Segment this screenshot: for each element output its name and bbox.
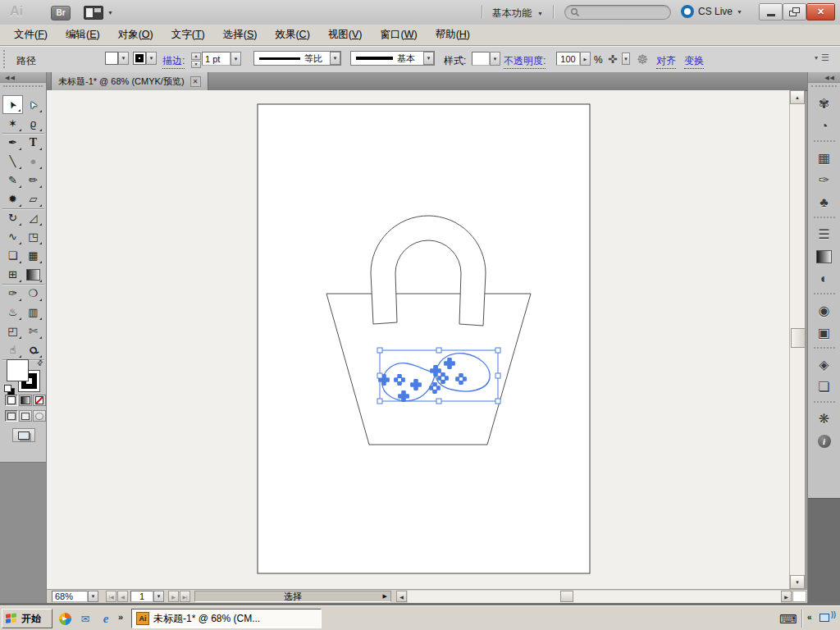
selected-anchor-point[interactable]: [441, 377, 445, 380]
tray-collapse-icon[interactable]: «: [807, 613, 812, 622]
direct-selection-tool[interactable]: ➤: [23, 95, 43, 114]
stroke-panel-link[interactable]: 描边:: [162, 54, 185, 69]
eraser-tool[interactable]: ▱: [23, 189, 43, 208]
style-field[interactable]: [472, 52, 490, 66]
arrange-documents-button[interactable]: ▼: [84, 6, 113, 20]
width-profile-dropdown[interactable]: 等比 ▼: [253, 51, 341, 66]
selected-anchor-point[interactable]: [433, 386, 436, 390]
fill-color-dropdown[interactable]: ▼: [105, 52, 129, 65]
blend-tool[interactable]: ❍: [23, 284, 43, 303]
column-graph-tool[interactable]: ▥: [23, 303, 43, 322]
stroke-color-dropdown[interactable]: ▼: [133, 52, 157, 65]
dock-collapse-button[interactable]: ◀◀: [808, 72, 840, 83]
menu-window[interactable]: 窗口(W): [371, 25, 426, 45]
artboard-dropdown[interactable]: ▼: [153, 591, 164, 602]
width-tool[interactable]: ∿: [2, 227, 23, 246]
recolor-artwork-icon[interactable]: ☸: [637, 52, 648, 67]
pencil-tool[interactable]: ✏: [23, 171, 43, 189]
menu-object[interactable]: 对象(O): [109, 25, 162, 45]
selection-handle[interactable]: [436, 348, 441, 353]
scroll-up-icon[interactable]: ▲: [790, 90, 805, 104]
taskbar-document-button[interactable]: Ai 未标题-1* @ 68% (CM...: [131, 609, 322, 628]
magic-wand-tool[interactable]: ✶: [2, 114, 23, 133]
color-mode-button[interactable]: [5, 395, 18, 406]
selection-handle[interactable]: [495, 348, 500, 353]
menu-type[interactable]: 文字(T): [162, 25, 214, 45]
status-menu-icon[interactable]: ▶: [383, 593, 387, 600]
menu-help[interactable]: 帮助(H): [427, 25, 479, 45]
close-button[interactable]: ✕: [806, 3, 835, 21]
selected-anchor-point[interactable]: [459, 377, 463, 381]
start-button[interactable]: 开始: [2, 609, 52, 628]
shape-builder-tool[interactable]: ❏: [2, 246, 23, 265]
cs-live-menu[interactable]: CS Live ▼: [681, 5, 742, 18]
panel-menu-icon[interactable]: ☰: [821, 52, 829, 63]
minimize-button[interactable]: [759, 3, 783, 21]
artboard-tool[interactable]: ◰: [2, 322, 23, 340]
document-tab[interactable]: 未标题-1* @ 68% (CMYK/预览) ✕: [51, 72, 208, 90]
input-method-icon[interactable]: ⌨: [779, 612, 797, 627]
outlook-express-icon[interactable]: ✉: [78, 611, 93, 626]
graphic-styles-panel-icon[interactable]: ▣: [808, 322, 840, 344]
workspace-switcher[interactable]: 基本功能 ▼: [492, 7, 543, 21]
next-artboard-button[interactable]: ▶: [168, 591, 179, 602]
menu-file[interactable]: 文件(F): [5, 25, 57, 45]
canvas-svg[interactable]: [47, 90, 789, 589]
appearance-panel-icon[interactable]: ◉: [808, 299, 840, 322]
scroll-down-icon[interactable]: ▼: [790, 575, 805, 589]
canvas-viewport[interactable]: [47, 90, 789, 589]
zoom-level-field[interactable]: 68%: [52, 591, 88, 602]
artboard-number-field[interactable]: 1: [130, 591, 153, 602]
selected-anchor-point[interactable]: [398, 378, 401, 381]
selection-handle[interactable]: [377, 373, 382, 378]
draw-behind-button[interactable]: [19, 410, 32, 422]
toolbox-drag-handle[interactable]: [3, 85, 43, 90]
draw-normal-button[interactable]: [5, 410, 18, 422]
menu-select[interactable]: 选择(S): [214, 25, 267, 45]
draw-inside-button[interactable]: [33, 410, 46, 422]
type-tool[interactable]: T: [23, 133, 43, 152]
last-artboard-button[interactable]: ▶|: [180, 591, 190, 602]
restore-button[interactable]: [783, 3, 806, 21]
select-similar-dropdown[interactable]: ▼: [622, 52, 630, 65]
menu-view[interactable]: 视图(V): [319, 25, 372, 45]
paintbrush-tool[interactable]: ✎: [2, 171, 23, 189]
stroke-weight-dropdown[interactable]: ▼: [231, 52, 241, 66]
opacity-field[interactable]: 100: [556, 52, 580, 66]
zoom-tool[interactable]: Q: [23, 340, 43, 359]
spin-down-icon[interactable]: ▼: [191, 61, 201, 68]
lasso-tool[interactable]: ϱ: [23, 114, 43, 133]
hand-tool[interactable]: ☝: [2, 340, 23, 359]
horizontal-scrollbar[interactable]: [408, 591, 781, 603]
search-input[interactable]: [564, 5, 671, 20]
transform-panel-link[interactable]: 变换: [684, 54, 704, 69]
layers-panel-icon[interactable]: ◈: [808, 354, 840, 376]
none-mode-button[interactable]: [33, 395, 46, 406]
gradient-mode-button[interactable]: [19, 395, 32, 406]
stroke-weight-stepper[interactable]: ▲ ▼: [191, 52, 201, 68]
eyedropper-tool[interactable]: ✑: [2, 284, 23, 303]
first-artboard-button[interactable]: |◀: [106, 591, 116, 602]
opacity-panel-link[interactable]: 不透明度:: [504, 54, 546, 69]
network-tray-icon[interactable]: )): [819, 612, 836, 625]
screen-mode-button[interactable]: [12, 428, 35, 442]
menu-edit[interactable]: 编辑(E): [57, 25, 109, 45]
navigator-panel-icon[interactable]: ❋: [808, 408, 840, 430]
stroke-panel-icon[interactable]: ☰: [808, 223, 840, 245]
color-guide-panel-icon[interactable]: ◔: [808, 115, 840, 137]
mesh-tool[interactable]: ⊞: [2, 265, 23, 284]
spin-up-icon[interactable]: ▲: [191, 52, 201, 60]
tab-close-icon[interactable]: ✕: [190, 76, 201, 87]
opacity-spinner[interactable]: ▶: [580, 52, 591, 66]
vertical-scrollbar[interactable]: ▲ ▼: [789, 90, 805, 589]
selection-handle[interactable]: [377, 399, 382, 404]
stroke-weight-field[interactable]: 1 pt: [202, 52, 231, 66]
quick-launch-overflow-icon[interactable]: »: [118, 612, 123, 622]
ellipse-tool[interactable]: ●: [23, 152, 43, 171]
brushes-panel-icon[interactable]: ✑: [808, 169, 840, 191]
vertical-scroll-thumb[interactable]: [791, 328, 806, 348]
line-segment-tool[interactable]: ╲: [2, 152, 23, 171]
selection-handle[interactable]: [436, 399, 441, 404]
selection-handle[interactable]: [495, 399, 500, 404]
swatches-panel-icon[interactable]: ▦: [808, 147, 840, 169]
